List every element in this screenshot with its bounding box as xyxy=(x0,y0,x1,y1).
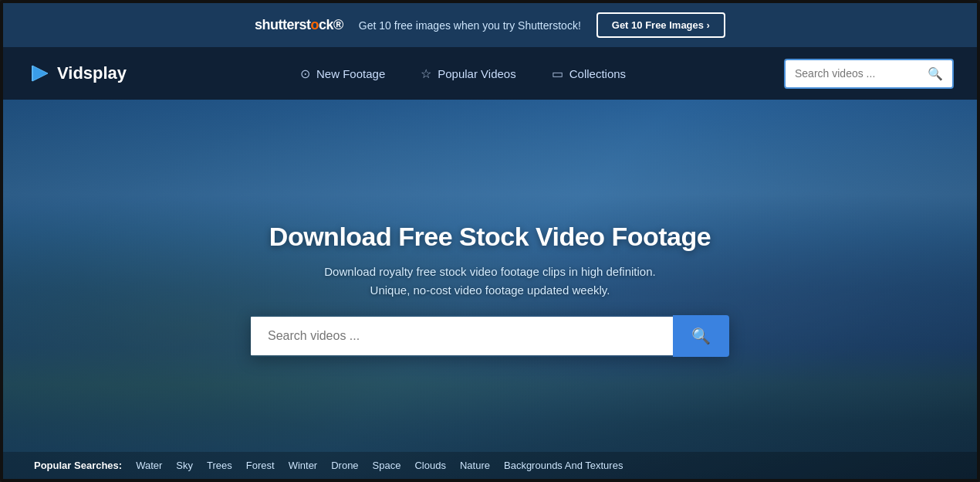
popular-search-space[interactable]: Space xyxy=(373,460,401,471)
popular-search-backgrounds[interactable]: Backgrounds And Textures xyxy=(504,460,623,471)
svg-marker-0 xyxy=(32,66,48,81)
popular-search-water[interactable]: Water xyxy=(136,460,162,471)
popular-search-drone[interactable]: Drone xyxy=(331,460,358,471)
star-icon: ☆ xyxy=(421,66,431,81)
hero-content: Download Free Stock Video Footage Downlo… xyxy=(235,206,745,372)
nav-link-popular-videos-label: Popular Videos xyxy=(438,67,515,80)
popular-search-winter[interactable]: Winter xyxy=(289,460,318,471)
nav-link-new-footage[interactable]: ⊙ New Footage xyxy=(286,60,399,87)
hero-search-button[interactable]: 🔍 xyxy=(673,315,729,357)
popular-search-sky[interactable]: Sky xyxy=(176,460,193,471)
hero-subtitle-line2: Unique, no-cost video footage updated we… xyxy=(370,283,610,297)
popular-search-trees[interactable]: Trees xyxy=(207,460,232,471)
hero-title: Download Free Stock Video Footage xyxy=(269,222,711,252)
nav-link-collections-label: Collections xyxy=(569,67,626,80)
navbar: Vidsplay ⊙ New Footage ☆ Popular Videos … xyxy=(3,47,977,100)
vidsplay-logo[interactable]: Vidsplay xyxy=(26,61,127,86)
nav-link-popular-videos[interactable]: ☆ Popular Videos xyxy=(407,60,529,87)
nav-link-new-footage-label: New Footage xyxy=(316,67,385,80)
search-icon: 🔍 xyxy=(928,67,943,80)
hero-subtitle-line1: Download royalty free stock video footag… xyxy=(324,265,655,278)
popular-search-forest[interactable]: Forest xyxy=(246,460,275,471)
nav-search-box: 🔍 xyxy=(784,59,954,89)
vidsplay-logo-text: Vidsplay xyxy=(57,63,127,83)
shutterstock-logo: shutterstock® xyxy=(255,17,343,33)
screen-wrapper: shutterstock® Get 10 free images when yo… xyxy=(0,0,980,482)
banner-promo-text: Get 10 free images when you try Shutters… xyxy=(359,19,581,32)
hero-search-input[interactable] xyxy=(251,317,673,355)
popular-search-nature[interactable]: Nature xyxy=(460,460,490,471)
play-circle-icon: ⊙ xyxy=(300,66,310,81)
get-free-images-button[interactable]: Get 10 Free Images › xyxy=(596,12,725,38)
search-icon: 🔍 xyxy=(691,327,711,345)
popular-searches-bar: Popular Searches: Water Sky Trees Forest… xyxy=(3,452,977,479)
collection-icon: ▭ xyxy=(552,66,563,81)
hero-section: Download Free Stock Video Footage Downlo… xyxy=(3,100,977,479)
hero-search-box: 🔍 xyxy=(251,315,729,357)
vidsplay-logo-icon xyxy=(26,61,51,86)
nav-search-input[interactable] xyxy=(786,61,918,86)
top-banner: shutterstock® Get 10 free images when yo… xyxy=(3,3,977,47)
popular-searches-label: Popular Searches: xyxy=(34,460,122,471)
nav-search-button[interactable]: 🔍 xyxy=(918,60,952,87)
nav-link-collections[interactable]: ▭ Collections xyxy=(538,60,640,87)
hero-subtitle: Download royalty free stock video footag… xyxy=(324,263,655,300)
popular-search-clouds[interactable]: Clouds xyxy=(414,460,445,471)
nav-links: ⊙ New Footage ☆ Popular Videos ▭ Collect… xyxy=(165,60,761,87)
